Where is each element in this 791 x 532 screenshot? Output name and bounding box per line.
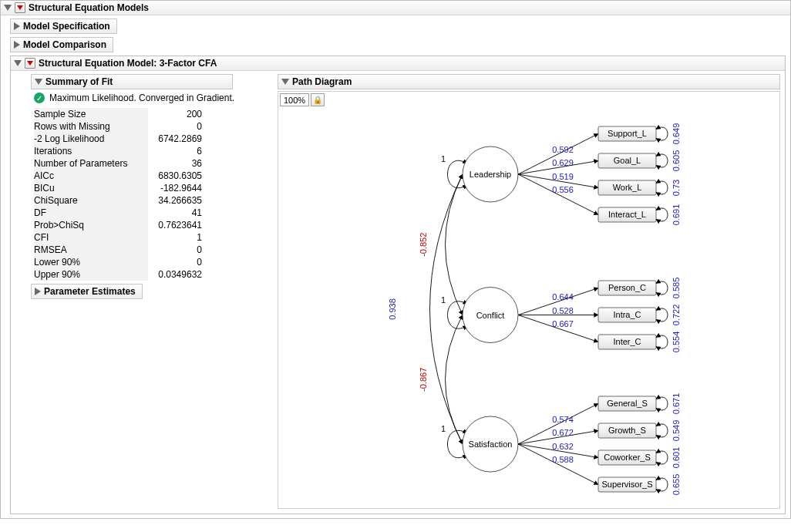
right-column: Path Diagram 100% 🔒	[278, 72, 780, 509]
residual-label: 0.73	[672, 180, 681, 196]
fit-row: ChiSquare34.266635	[34, 194, 208, 207]
fit-value: 36	[148, 157, 208, 170]
fit-value: 6	[148, 145, 208, 157]
disclosure-open-icon[interactable]	[14, 60, 22, 66]
left-column: Summary of Fit ✓ Maximum Likelihood. Con…	[31, 72, 270, 301]
observed-label: Goal_L	[614, 156, 641, 165]
loading-label: 0.528	[552, 306, 574, 315]
loading-label: 0.667	[552, 319, 574, 328]
fit-row: Lower 90%0	[34, 256, 208, 268]
fit-row: Sample Size200	[34, 108, 208, 120]
fit-value: 0	[148, 256, 208, 268]
model-specification-header[interactable]: Model Specification	[10, 19, 117, 34]
fit-status: ✓ Maximum Likelihood. Converged in Gradi…	[34, 93, 270, 103]
fit-value: 0	[148, 244, 208, 256]
disclosure-closed-icon[interactable]	[14, 41, 20, 49]
fit-status-text: Maximum Likelihood. Converged in Gradien…	[49, 93, 234, 103]
fit-label: Rows with Missing	[34, 120, 148, 133]
residual-loop	[656, 208, 668, 221]
model-specification-label: Model Specification	[23, 21, 110, 32]
fit-value: 6830.6305	[148, 170, 208, 182]
latent-variance-label: 1	[441, 154, 446, 163]
fit-row: -2 Log Likelihood6742.2869	[34, 133, 208, 145]
fit-label: Sample Size	[34, 108, 148, 120]
loading-label: 0.592	[552, 145, 574, 154]
fit-label: ChiSquare	[34, 194, 148, 207]
observed-label: Supervisor_S	[601, 480, 652, 489]
disclosure-closed-icon[interactable]	[14, 22, 20, 30]
fit-row: AICc6830.6305	[34, 170, 208, 182]
observed-label: Support_L	[608, 129, 647, 138]
observed-label: Interact_L	[608, 210, 646, 219]
fit-label: Number of Parameters	[34, 157, 148, 170]
loading-arrow	[518, 404, 598, 445]
fit-value: 6742.2869	[148, 133, 208, 145]
covariance-label: -0.852	[419, 233, 428, 257]
fit-label: -2 Log Likelihood	[34, 133, 148, 145]
fit-value: 0.0349632	[148, 268, 208, 281]
fit-row: CFI1	[34, 231, 208, 244]
residual-loop	[656, 335, 668, 348]
residual-label: 0.691	[672, 204, 681, 226]
path-diagram-header[interactable]: Path Diagram	[278, 74, 780, 89]
hotspot-icon[interactable]	[15, 2, 25, 13]
fit-label: RMSEA	[34, 244, 148, 256]
covariance-arc	[430, 174, 463, 444]
covariance-label: 0.938	[388, 298, 397, 320]
fit-row: Prob>ChiSq0.7623641	[34, 219, 208, 231]
fit-label: CFI	[34, 231, 148, 244]
parameter-estimates-header[interactable]: Parameter Estimates	[31, 284, 143, 299]
fit-row: Number of Parameters36	[34, 157, 208, 170]
residual-loop	[656, 154, 668, 167]
fit-row: Iterations6	[34, 145, 208, 157]
fit-value: 1	[148, 231, 208, 244]
residual-loop	[656, 478, 668, 491]
sem-panel: Structural Equation Models Model Specifi…	[0, 0, 791, 519]
fit-value: 0	[148, 120, 208, 133]
cfa-panel-header[interactable]: Structural Equation Model: 3-Factor CFA	[11, 56, 785, 71]
loading-label: 0.574	[552, 415, 574, 424]
residual-loop	[656, 308, 668, 322]
residual-label: 0.554	[672, 332, 681, 353]
fit-row: Rows with Missing0	[34, 120, 208, 133]
fit-row: DF41	[34, 207, 208, 219]
observed-label: General_S	[607, 399, 648, 408]
summary-of-fit-label: Summary of Fit	[45, 76, 113, 87]
residual-label: 0.601	[672, 447, 681, 469]
fit-label: BICu	[34, 182, 148, 194]
fit-label: Lower 90%	[34, 256, 148, 268]
residual-label: 0.671	[672, 393, 681, 415]
residual-label: 0.649	[672, 123, 681, 145]
latent-label: Conflict	[476, 311, 505, 320]
path-diagram-label: Path Diagram	[292, 76, 352, 87]
hotspot-icon[interactable]	[25, 58, 35, 69]
loading-label: 0.519	[552, 172, 574, 181]
residual-label: 0.655	[672, 474, 681, 496]
residual-loop	[656, 281, 668, 295]
loading-label: 0.629	[552, 158, 574, 167]
path-diagram-canvas[interactable]: 100% 🔒 -0.8	[278, 91, 780, 509]
latent-label: Leadership	[470, 170, 511, 179]
fit-label: Upper 90%	[34, 268, 148, 281]
disclosure-closed-icon[interactable]	[35, 288, 41, 295]
observed-label: Intra_C	[613, 310, 641, 319]
fit-value: 0.7623641	[148, 219, 208, 231]
fit-value: 34.266635	[148, 194, 208, 207]
diagram-svg: -0.852-0.8670.9381Leadership0.592Support…	[278, 92, 787, 508]
model-comparison-label: Model Comparison	[23, 39, 106, 50]
loading-label: 0.672	[552, 428, 574, 437]
residual-loop	[656, 451, 668, 464]
fit-value: 200	[148, 108, 208, 120]
summary-of-fit-header[interactable]: Summary of Fit	[31, 74, 233, 89]
disclosure-open-icon[interactable]	[4, 5, 12, 11]
residual-loop	[656, 127, 668, 140]
disclosure-open-icon[interactable]	[35, 79, 42, 85]
fit-row: RMSEA0	[34, 244, 208, 256]
model-comparison-header[interactable]: Model Comparison	[10, 37, 113, 52]
latent-variance-label: 1	[441, 424, 446, 433]
fit-table: Sample Size200Rows with Missing0-2 Log L…	[34, 108, 208, 281]
observed-label: Growth_S	[608, 426, 646, 435]
fit-label: DF	[34, 207, 148, 219]
sem-panel-header[interactable]: Structural Equation Models	[1, 1, 790, 15]
disclosure-open-icon[interactable]	[281, 79, 289, 85]
